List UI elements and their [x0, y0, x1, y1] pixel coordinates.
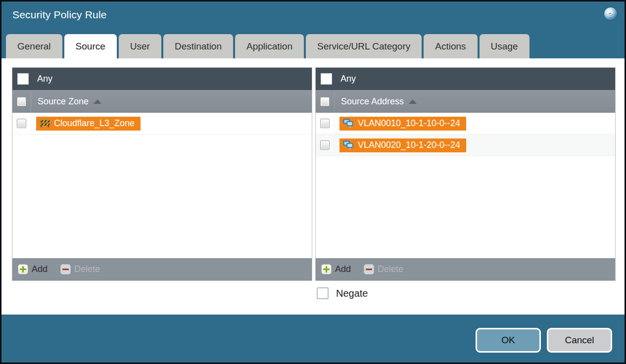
tab-general[interactable]: General: [6, 34, 62, 58]
source-zone-column-header[interactable]: Source Zone: [12, 90, 312, 113]
add-button[interactable]: Add: [321, 264, 351, 274]
add-label: Add: [335, 264, 351, 274]
source-address-panel: Any Source Address: [315, 67, 616, 281]
source-zone-footer: Add Delete: [12, 258, 312, 280]
zone-icon: [40, 119, 50, 128]
source-address-list: VLAN0010_10-1-10-0--24: [316, 113, 615, 258]
tab-destination[interactable]: Destination: [163, 34, 233, 58]
minus-icon: [364, 264, 374, 274]
delete-label: Delete: [378, 264, 403, 274]
tab-user[interactable]: User: [119, 34, 161, 58]
sort-ascending-icon: [94, 99, 101, 104]
source-address-select-all-checkbox[interactable]: [320, 97, 330, 106]
sort-ascending-icon: [409, 99, 417, 104]
cancel-button[interactable]: Cancel: [547, 328, 612, 353]
any-label: Any: [340, 74, 356, 84]
source-address-footer: Add Delete: [316, 258, 615, 280]
help-button[interactable]: ?: [604, 7, 617, 20]
address-icon: [343, 140, 354, 149]
tab-service-url-category[interactable]: Service/URL Category: [306, 34, 422, 58]
source-zone-select-all-checkbox[interactable]: [17, 97, 26, 106]
source-address-any-checkbox[interactable]: [321, 73, 332, 85]
source-zone-any-header: Any: [12, 68, 312, 90]
security-policy-rule-dialog: Security Policy Rule ? General Source Us…: [0, 0, 626, 364]
source-zone-list: Cloudflare_L3_Zone: [12, 113, 312, 258]
table-row[interactable]: VLAN0020_10-1-20-0--24: [316, 135, 615, 156]
column-header-label: Source Zone: [38, 96, 89, 107]
plus-icon: [18, 264, 28, 274]
source-zone-any-checkbox[interactable]: [17, 73, 29, 85]
negate-label: Negate: [336, 288, 368, 299]
source-zone-panel: Any Source Zone: [12, 67, 312, 281]
tab-application[interactable]: Application: [235, 34, 304, 58]
row-checkbox[interactable]: [320, 119, 330, 128]
address-name: VLAN0020_10-1-20-0--24: [358, 140, 460, 150]
address-name: VLAN0010_10-1-10-0--24: [358, 118, 460, 129]
source-address-any-header: Any: [316, 68, 615, 90]
address-tag[interactable]: VLAN0010_10-1-10-0--24: [339, 117, 466, 131]
table-row[interactable]: VLAN0010_10-1-10-0--24: [316, 113, 615, 135]
help-question-icon: ?: [608, 10, 613, 18]
zone-name: Cloudflare_L3_Zone: [54, 118, 135, 129]
address-icon: [343, 119, 354, 128]
negate-control: Negate: [317, 287, 368, 299]
negate-checkbox[interactable]: [317, 287, 329, 299]
dialog-title: Security Policy Rule: [12, 9, 107, 21]
tab-bar: General Source User Destination Applicat…: [6, 34, 530, 58]
delete-label: Delete: [74, 264, 100, 274]
source-tab-content: Any Source Zone: [1, 58, 625, 315]
column-header-label: Source Address: [341, 96, 404, 107]
tab-actions[interactable]: Actions: [424, 34, 477, 58]
any-label: Any: [37, 74, 52, 84]
plus-icon: [321, 264, 332, 274]
row-checkbox[interactable]: [320, 140, 330, 150]
add-label: Add: [32, 264, 48, 274]
delete-button[interactable]: Delete: [364, 264, 403, 274]
ok-button[interactable]: OK: [476, 328, 541, 353]
delete-button[interactable]: Delete: [60, 264, 100, 274]
add-button[interactable]: Add: [18, 264, 48, 274]
minus-icon: [60, 264, 71, 274]
tab-usage[interactable]: Usage: [480, 34, 530, 58]
row-checkbox[interactable]: [17, 119, 26, 128]
source-address-column-header[interactable]: Source Address: [316, 90, 615, 113]
address-tag[interactable]: VLAN0020_10-1-20-0--24: [339, 138, 466, 152]
tab-source[interactable]: Source: [64, 34, 117, 58]
zone-tag[interactable]: Cloudflare_L3_Zone: [36, 117, 141, 131]
table-row[interactable]: Cloudflare_L3_Zone: [12, 113, 312, 135]
